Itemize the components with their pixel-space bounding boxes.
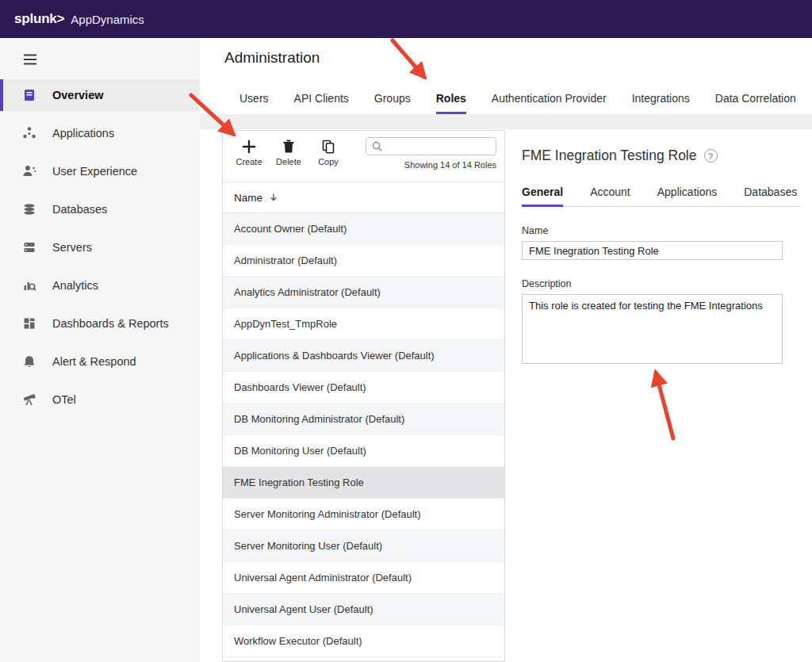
bell-icon bbox=[22, 354, 36, 369]
roles-list-panel: Create Delete Copy Showing 14 of 14 Role… bbox=[222, 130, 505, 662]
create-button[interactable]: Create bbox=[229, 137, 269, 166]
telescope-icon bbox=[22, 392, 36, 407]
sidebar-item-dashboards-reports[interactable]: Dashboards & Reports bbox=[0, 308, 200, 339]
table-row[interactable]: Universal Agent User (Default) bbox=[223, 594, 504, 626]
copy-button-label: Copy bbox=[318, 157, 339, 166]
table-row[interactable]: AppDynTest_TmpRole bbox=[223, 308, 504, 340]
sidebar-item-label: Alert & Respond bbox=[52, 355, 136, 368]
search-icon bbox=[371, 140, 383, 152]
role-detail-panel: FME Inegration Testing Role ? General Ac… bbox=[522, 147, 801, 367]
plus-icon bbox=[241, 139, 257, 155]
roles-search-box[interactable] bbox=[366, 137, 496, 155]
table-row[interactable]: Server Monitoring User (Default) bbox=[223, 530, 504, 562]
sidebar-item-otel[interactable]: OTel bbox=[0, 384, 200, 415]
analytics-icon bbox=[22, 278, 36, 293]
roles-table-body: Account Owner (Default) Administrator (D… bbox=[223, 213, 504, 657]
sidebar-item-overview[interactable]: Overview bbox=[0, 79, 200, 111]
app-root: splunk> AppDynamics Overview Application… bbox=[0, 0, 812, 662]
sidebar-item-label: Overview bbox=[52, 89, 104, 101]
tab-account[interactable]: Account bbox=[590, 186, 630, 206]
description-field-label: Description bbox=[522, 278, 801, 289]
tab-separator-band bbox=[200, 114, 812, 129]
sidebar-item-databases[interactable]: Databases bbox=[0, 193, 200, 225]
sidebar-item-label: OTel bbox=[52, 393, 76, 406]
arrow-to-description bbox=[656, 373, 673, 438]
sidebar-item-label: Databases bbox=[52, 203, 107, 216]
databases-icon bbox=[22, 202, 36, 216]
table-row[interactable]: Universal Agent Administrator (Default) bbox=[223, 562, 504, 594]
sidebar-item-user-experience[interactable]: User Experience bbox=[0, 155, 200, 187]
tab-roles[interactable]: Roles bbox=[436, 92, 466, 114]
admin-tab-bar: Users API Clients Groups Roles Authentic… bbox=[200, 84, 812, 114]
delete-button[interactable]: Delete bbox=[269, 137, 308, 166]
name-header-label: Name bbox=[234, 192, 262, 204]
help-icon[interactable]: ? bbox=[704, 149, 718, 163]
create-button-label: Create bbox=[236, 157, 262, 166]
table-row[interactable]: DB Monitoring User (Default) bbox=[223, 435, 504, 467]
roles-count-text: Showing 14 of 14 Roles bbox=[366, 160, 496, 170]
search-area: Showing 14 of 14 Roles bbox=[366, 137, 496, 170]
tab-api-clients[interactable]: API Clients bbox=[294, 92, 349, 114]
sidebar: Overview Applications User Experience Da… bbox=[0, 38, 200, 662]
tab-applications[interactable]: Applications bbox=[657, 186, 718, 206]
table-row-selected[interactable]: FME Inegration Testing Role bbox=[223, 467, 504, 499]
role-name-input[interactable] bbox=[522, 241, 783, 260]
copy-icon bbox=[320, 139, 336, 155]
tab-groups[interactable]: Groups bbox=[374, 92, 411, 114]
name-field-label: Name bbox=[522, 225, 801, 236]
role-detail-title: FME Inegration Testing Role bbox=[522, 147, 697, 164]
sidebar-item-servers[interactable]: Servers bbox=[0, 232, 200, 263]
sidebar-item-label: Dashboards & Reports bbox=[52, 317, 169, 330]
table-row[interactable]: Analytics Administrator (Default) bbox=[223, 277, 504, 308]
appdynamics-logo: AppDynamics bbox=[71, 13, 144, 26]
roles-toolbar: Create Delete Copy Showing 14 of 14 Role… bbox=[223, 131, 504, 182]
sidebar-nav: Overview Applications User Experience Da… bbox=[0, 79, 200, 415]
topbar: splunk> AppDynamics bbox=[0, 0, 812, 38]
sidebar-item-applications[interactable]: Applications bbox=[0, 117, 200, 149]
table-row[interactable]: Dashboards Viewer (Default) bbox=[223, 372, 504, 404]
user-experience-icon bbox=[22, 164, 36, 178]
tab-data-correlation[interactable]: Data Correlation bbox=[715, 92, 796, 114]
dashboards-icon bbox=[22, 316, 36, 331]
sidebar-item-analytics[interactable]: Analytics bbox=[0, 270, 200, 301]
roles-search-input[interactable] bbox=[386, 141, 491, 152]
overview-icon bbox=[22, 88, 36, 102]
name-column-header[interactable]: Name bbox=[223, 182, 504, 213]
splunk-logo: splunk> bbox=[14, 11, 64, 27]
role-description-textarea[interactable]: This role is created for testing the FME… bbox=[522, 294, 783, 364]
page-title: Administration bbox=[224, 49, 320, 67]
arrow-to-roles-tab bbox=[393, 40, 424, 77]
tab-users[interactable]: Users bbox=[239, 92, 269, 114]
table-row[interactable]: Account Owner (Default) bbox=[223, 213, 504, 245]
detail-tab-bar: General Account Applications Databases bbox=[522, 186, 801, 207]
copy-button[interactable]: Copy bbox=[308, 137, 348, 166]
sidebar-item-label: Servers bbox=[52, 241, 92, 254]
table-row[interactable]: Administrator (Default) bbox=[223, 245, 504, 277]
sidebar-item-label: Analytics bbox=[52, 279, 98, 292]
table-row[interactable]: Applications & Dashboards Viewer (Defaul… bbox=[223, 340, 504, 372]
tab-authentication-provider[interactable]: Authentication Provider bbox=[492, 92, 607, 114]
applications-icon bbox=[22, 126, 36, 140]
table-row[interactable]: Server Monitoring Administrator (Default… bbox=[223, 499, 504, 530]
hamburger-menu-icon[interactable] bbox=[21, 52, 39, 67]
sidebar-item-alert-respond[interactable]: Alert & Respond bbox=[0, 346, 200, 377]
tab-databases[interactable]: Databases bbox=[744, 186, 797, 206]
servers-icon bbox=[22, 240, 36, 254]
delete-button-label: Delete bbox=[276, 157, 301, 166]
table-row[interactable]: DB Monitoring Administrator (Default) bbox=[223, 404, 504, 435]
table-row[interactable]: Workflow Executor (Default) bbox=[223, 626, 504, 657]
tab-integrations[interactable]: Integrations bbox=[632, 92, 690, 114]
sort-descending-icon bbox=[268, 192, 279, 203]
sidebar-item-label: User Experience bbox=[52, 165, 137, 178]
tab-general[interactable]: General bbox=[522, 186, 563, 207]
trash-icon bbox=[281, 139, 297, 155]
sidebar-item-label: Applications bbox=[52, 127, 114, 140]
